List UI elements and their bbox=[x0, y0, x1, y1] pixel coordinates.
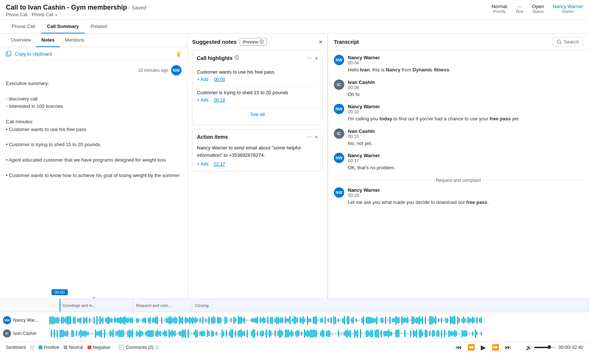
chevron-down-icon: ∨ bbox=[55, 13, 57, 17]
action-more-options-button[interactable]: ··· bbox=[307, 134, 312, 140]
speaker-name-5: Nancy Warner bbox=[348, 153, 395, 158]
msg-text-6: Let me ask you what made you decide to d… bbox=[348, 199, 489, 206]
close-button[interactable]: ✕ bbox=[318, 39, 323, 45]
highlight-item-1: Customer wants to use his free pass + Ad… bbox=[197, 66, 318, 86]
speaker-time-3: 00:10 bbox=[348, 109, 520, 114]
highlight-item-2: Customer is trying to shed 15 to 20 poun… bbox=[197, 86, 318, 107]
owner-meta[interactable]: Nancy Warner Owner bbox=[553, 4, 583, 14]
speaker-name-6: Nancy Warner bbox=[348, 187, 489, 193]
volume-thumb[interactable] bbox=[547, 345, 551, 349]
chevron-down-icon: ∨ bbox=[92, 295, 96, 298]
header-right: Normal Priority --- Due Open Status Nanc… bbox=[491, 4, 583, 14]
left-tabs: Overview Notes Mentions bbox=[0, 33, 187, 47]
positive-dot bbox=[39, 346, 42, 349]
speaker-time-5: 00:17 bbox=[348, 158, 395, 163]
preview-badge[interactable]: Preview ⓘ bbox=[240, 38, 267, 46]
avatar-nw-1: NW bbox=[334, 55, 344, 65]
transcript-msg-4: IC Ivan Cashin 00:15 No, not yet. bbox=[334, 128, 583, 147]
info-icon: ⓘ bbox=[234, 55, 239, 61]
sentiment-positive: Positive bbox=[39, 345, 59, 350]
sentiment-label: Sentiment bbox=[6, 345, 26, 350]
plus-icon: + bbox=[197, 162, 200, 167]
speaker-name-4: Ivan Cashin bbox=[348, 128, 375, 134]
priority-meta: Normal Priority bbox=[491, 4, 507, 14]
tab-notes[interactable]: Notes bbox=[36, 33, 60, 47]
tab-call-summary[interactable]: Call Summary bbox=[41, 20, 85, 33]
tab-related[interactable]: Related bbox=[85, 20, 113, 33]
avatar-nw-track: NW bbox=[3, 316, 11, 324]
action-collapse-icon[interactable]: ∧ bbox=[315, 134, 318, 139]
waveform-nw bbox=[48, 316, 589, 325]
header: Call to Ivan Cashin - Gym membership - S… bbox=[0, 0, 589, 20]
svg-rect-1 bbox=[7, 51, 11, 55]
msg-text-3: I'm calling you today to find out if you… bbox=[348, 115, 520, 123]
info-icon-comments: ⓘ bbox=[155, 345, 159, 350]
tab-overview[interactable]: Overview bbox=[6, 33, 36, 47]
action-item-1-text: Nancy Warner to send email about "some h… bbox=[197, 144, 318, 159]
phone-call-dropdown[interactable]: Phone Call ∨ bbox=[32, 12, 57, 17]
speaker-track-label-nw: Nancy War... bbox=[13, 318, 38, 323]
sentiment-negative: Negative bbox=[88, 345, 110, 350]
volume-area: 🔊 00:00/ 02:40 bbox=[526, 344, 583, 350]
track-nancy: NW Nancy War... bbox=[0, 314, 589, 327]
middle-panel: Suggested notes Preview ⓘ ✕ Call highlig… bbox=[188, 33, 328, 298]
timestamp: 10 minutes ago bbox=[138, 68, 168, 73]
due-meta: --- Due bbox=[516, 4, 523, 14]
tab-phone-call[interactable]: Phone Call bbox=[6, 20, 41, 33]
transcript-header: Transcript Search bbox=[328, 33, 589, 50]
search-icon bbox=[557, 39, 562, 45]
call-highlights-card: Call highlights ⓘ ··· ∧ Customer wants t… bbox=[192, 50, 323, 125]
timestamp-row: 10 minutes ago NW bbox=[6, 65, 181, 75]
time-display: 00:00/ 02:40 bbox=[558, 345, 583, 350]
action-1-time-link[interactable]: 02:17 bbox=[214, 162, 225, 167]
lightbulb-icon[interactable]: 💡 bbox=[176, 51, 181, 57]
copy-to-clipboard-button[interactable]: Copy to clipboard bbox=[6, 51, 52, 57]
avatar-nw-4: NW bbox=[334, 187, 344, 198]
cursor-time-tooltip: 00:00 bbox=[52, 289, 68, 295]
speaker-time-2: 00:08 bbox=[348, 85, 375, 90]
fast-forward-button[interactable]: ⏩ bbox=[490, 344, 501, 351]
highlight-1-time-link[interactable]: 00:00 bbox=[214, 77, 225, 82]
add-highlight-2-button[interactable]: + Add bbox=[197, 98, 208, 103]
segment-request: Request and com... bbox=[133, 299, 192, 312]
action-items-actions: ··· ∧ bbox=[307, 134, 318, 140]
status-meta: Open Status bbox=[532, 4, 544, 14]
highlight-1-actions: + Add · 00:00 bbox=[197, 77, 318, 82]
bottom-section: Greetings and in... Request and com... C… bbox=[0, 298, 589, 356]
skip-back-button[interactable]: ⏮ bbox=[454, 344, 463, 351]
info-icon-sentiment: ⓘ bbox=[30, 345, 34, 350]
speaker-time-6: 00:18 bbox=[348, 193, 489, 198]
more-options-button[interactable]: ··· bbox=[307, 55, 312, 61]
segment-closing: Closing bbox=[192, 299, 589, 312]
avatar-ic-1: IC bbox=[334, 79, 344, 90]
svg-point-2 bbox=[557, 40, 560, 43]
timeline-segments: Greetings and in... Request and com... C… bbox=[0, 299, 589, 312]
sentiment-neutral: Neutral bbox=[64, 345, 83, 350]
plus-icon: + bbox=[197, 98, 200, 103]
see-all-button[interactable]: See all bbox=[197, 108, 318, 120]
player-controls: ⏮ ⏪ ▶ ⏩ ⏭ bbox=[454, 343, 512, 351]
highlight-2-time-link[interactable]: 00:18 bbox=[214, 98, 225, 103]
copy-icon bbox=[6, 51, 12, 57]
left-panel: Overview Notes Mentions Copy to clipboar… bbox=[0, 33, 188, 298]
plus-icon: + bbox=[197, 77, 200, 82]
breadcrumb: Phone Call · Phone Call ∨ bbox=[6, 12, 146, 17]
add-highlight-1-button[interactable]: + Add bbox=[197, 77, 208, 82]
action-item-1-actions: + Add · 02:17 bbox=[197, 162, 318, 167]
play-button[interactable]: ▶ bbox=[479, 343, 487, 351]
skip-end-button[interactable]: ⏭ bbox=[504, 344, 512, 351]
timeline-cursor[interactable]: 00:00 bbox=[60, 299, 60, 312]
comments-checkbox[interactable]: ✓ bbox=[119, 345, 124, 350]
comments-area[interactable]: ✓ Comments (0) ⓘ bbox=[119, 345, 159, 350]
collapse-icon[interactable]: ∧ bbox=[315, 56, 318, 61]
collapse-button[interactable]: ∨ bbox=[0, 294, 187, 298]
neutral-dot bbox=[64, 346, 67, 349]
top-nav: Phone Call Call Summary Related bbox=[0, 20, 589, 33]
left-content: Copy to clipboard 💡 10 minutes ago NW Ex… bbox=[0, 47, 187, 298]
track-ivan: IC Ivan Cashin bbox=[0, 327, 589, 340]
rewind-button[interactable]: ⏪ bbox=[466, 344, 476, 351]
transcript-search[interactable]: Search bbox=[553, 37, 583, 46]
tab-mentions[interactable]: Mentions bbox=[60, 33, 89, 47]
add-action-1-button[interactable]: + Add bbox=[197, 162, 208, 167]
volume-slider[interactable] bbox=[534, 347, 556, 348]
